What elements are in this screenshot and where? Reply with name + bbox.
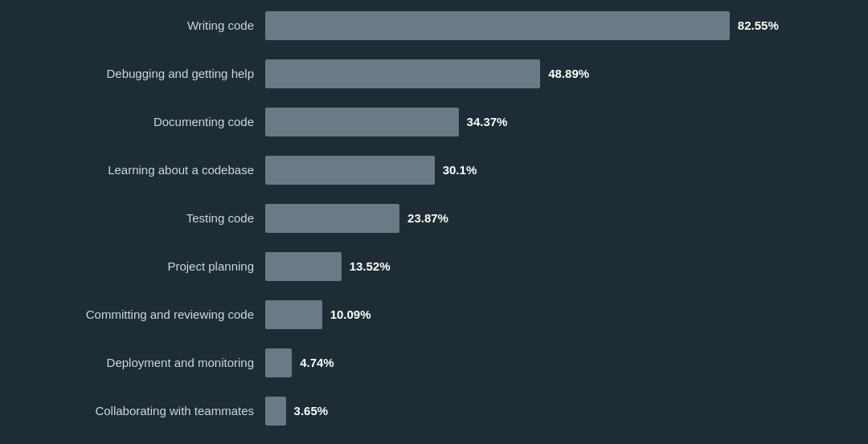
bar-row: Committing and reviewing code10.09% [16,295,844,335]
bar-row: Learning about a codebase30.1% [16,150,844,190]
bar-track: 23.87% [265,204,844,233]
bar-fill [265,156,435,185]
bar-track: 13.52% [265,252,844,281]
bar-label: Debugging and getting help [16,67,265,81]
bar-track: 4.74% [265,348,844,377]
bar-value: 3.65% [294,404,329,418]
bar-fill [265,300,322,329]
bar-label: Learning about a codebase [16,163,265,177]
bar-value: 10.09% [330,308,371,321]
bar-fill [265,59,540,88]
bar-track: 82.55% [265,11,844,40]
bar-label: Testing code [16,211,265,226]
chart-container: Writing code82.55%Debugging and getting … [8,0,860,444]
bar-row: Project planning13.52% [16,246,844,287]
bar-label: Project planning [16,259,265,274]
bar-fill [265,397,286,426]
bar-value: 13.52% [350,259,391,273]
bar-label: Writing code [16,18,265,33]
bar-row: Writing code82.55% [16,6,844,46]
bar-value: 23.87% [407,211,448,225]
bar-fill [265,348,292,377]
bar-row: Documenting code34.37% [16,102,844,142]
bar-value: 30.1% [443,163,477,177]
bar-row: Collaborating with teammates3.65% [16,391,844,431]
bar-value: 48.89% [548,67,589,80]
bar-track: 30.1% [265,156,844,185]
bar-value: 34.37% [467,115,508,128]
bar-row: Debugging and getting help48.89% [16,54,844,94]
bar-value: 4.74% [300,356,334,369]
bar-track: 10.09% [265,300,844,329]
bar-track: 48.89% [265,59,844,88]
bar-label: Committing and reviewing code [16,308,265,322]
bar-track: 3.65% [265,397,844,426]
bar-row: Deployment and monitoring4.74% [16,343,844,383]
bar-fill [265,252,342,281]
bar-track: 34.37% [265,108,844,136]
bar-value: 82.55% [738,18,779,32]
bar-row: Testing code23.87% [16,198,844,238]
bar-fill [265,11,730,40]
bar-fill [265,204,399,233]
bar-fill [265,108,459,136]
bar-label: Deployment and monitoring [16,356,265,370]
bar-label: Documenting code [16,115,265,129]
bar-label: Collaborating with teammates [16,404,265,418]
